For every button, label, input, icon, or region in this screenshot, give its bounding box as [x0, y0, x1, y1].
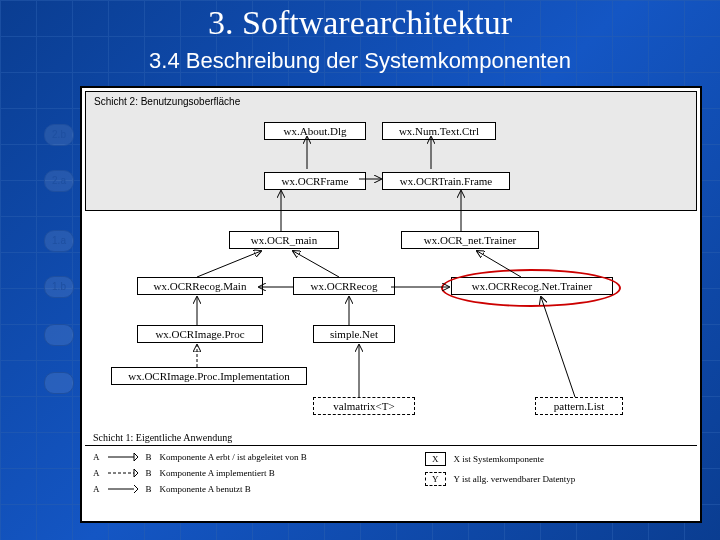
box-about-dlg: wx.About.Dlg: [264, 122, 366, 140]
box-image-proc-impl: wx.OCRImage.Proc.Implementation: [111, 367, 307, 385]
slide-title: 3. Softwarearchitektur: [0, 4, 720, 42]
legend-inherit: A B Komponente A erbt / ist abgeleitet v…: [93, 452, 393, 462]
box-ocr-frame: wx.OCRFrame: [264, 172, 366, 190]
badge-2a: 2.a: [44, 170, 74, 192]
architecture-diagram: Schicht 2: Benutzungsoberfläche wx.About…: [80, 86, 702, 523]
box-simple-net: simple.Net: [313, 325, 395, 343]
box-recog: wx.OCRRecog: [293, 277, 395, 295]
legend-implement: A B Komponente A implementiert B: [93, 468, 393, 478]
legend-system-component: X X ist Systemkomponente: [425, 452, 685, 466]
layer-app-label: Schicht 1: Eigentliche Anwendung: [93, 432, 232, 443]
badge-2b: 2.b: [44, 124, 74, 146]
svg-line-7: [477, 251, 521, 277]
badge-empty2: [44, 372, 74, 394]
badge-1b: 1.b: [44, 276, 74, 298]
badge-empty1: [44, 324, 74, 346]
box-pattern-list: pattern.List: [535, 397, 623, 415]
badge-1a: 1.a: [44, 230, 74, 252]
svg-line-6: [293, 251, 339, 277]
box-ocr-train-frame: wx.OCRTrain.Frame: [382, 172, 510, 190]
box-ocr-net-trainer: wx.OCR_net.Trainer: [401, 231, 539, 249]
box-num-text-ctrl: wx.Num.Text.Ctrl: [382, 122, 496, 140]
layer-ui-label: Schicht 2: Benutzungsoberfläche: [94, 96, 240, 107]
box-recog-net-trainer: wx.OCRRecog.Net.Trainer: [451, 277, 613, 295]
box-recog-main: wx.OCRRecog.Main: [137, 277, 263, 295]
legend-use: A B Komponente A benutzt B: [93, 484, 393, 494]
svg-line-5: [197, 251, 261, 277]
layer-ui: Schicht 2: Benutzungsoberfläche wx.About…: [85, 91, 697, 211]
legend-generic-datatype: Y Y ist allg. verwendbarer Datentyp: [425, 472, 685, 486]
svg-line-14: [541, 297, 575, 397]
box-ocr-main: wx.OCR_main: [229, 231, 339, 249]
slide-subtitle: 3.4 Beschreibung der Systemkomponenten: [0, 48, 720, 74]
box-valmatrix: valmatrix<T>: [313, 397, 415, 415]
box-image-proc: wx.OCRImage.Proc: [137, 325, 263, 343]
legend: Schicht 1: Eigentliche Anwendung A B Kom…: [85, 445, 697, 518]
